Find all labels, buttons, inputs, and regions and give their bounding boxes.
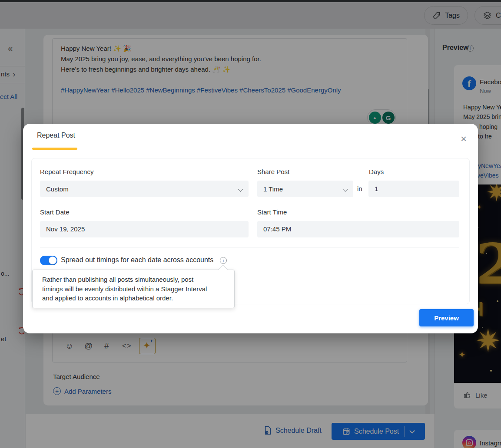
- toggle-knob: [49, 257, 56, 264]
- spread-timings-info-icon[interactable]: i: [220, 257, 227, 264]
- chevron-down-icon: [238, 186, 243, 192]
- active-tab-underline: [32, 148, 77, 150]
- app-screen: Tags Co « nts › ect All o... et Happy Ne…: [0, 0, 501, 448]
- repeat-frequency-label: Repeat Frequency: [40, 168, 93, 175]
- spread-timings-toggle[interactable]: [40, 256, 57, 265]
- spread-timings-tooltip: Rather than publishing all posts simulta…: [32, 270, 235, 308]
- tooltip-text-line: timings will be evenly distributed withi…: [42, 284, 228, 294]
- preview-button[interactable]: Preview: [419, 309, 474, 326]
- close-icon[interactable]: ×: [458, 133, 470, 145]
- start-date-label: Start Date: [40, 208, 70, 216]
- tooltip-text-line: Rather than publishing all posts simulta…: [42, 275, 228, 284]
- tooltip-text-line: and applied to accounts in alphabetical …: [42, 293, 228, 303]
- modal-title: Repeat Post: [37, 132, 75, 139]
- share-post-select[interactable]: 1 Time: [257, 181, 353, 197]
- start-time-input[interactable]: [257, 221, 459, 237]
- spread-timings-label: Spread out timings for each date across …: [61, 256, 213, 264]
- form-divider: [40, 247, 459, 247]
- in-label: in: [357, 185, 362, 192]
- share-post-label: Share Post: [257, 168, 289, 175]
- start-time-label: Start Time: [257, 208, 287, 216]
- chevron-down-icon: [342, 186, 348, 192]
- start-date-input[interactable]: [40, 221, 249, 237]
- days-label: Days: [369, 168, 384, 175]
- days-input[interactable]: [368, 181, 459, 197]
- repeat-frequency-value: Custom: [46, 185, 69, 193]
- share-post-value: 1 Time: [263, 185, 283, 193]
- repeat-post-modal: Repeat Post × Repeat Frequency Share Pos…: [23, 124, 478, 333]
- repeat-frequency-select[interactable]: Custom: [40, 181, 249, 197]
